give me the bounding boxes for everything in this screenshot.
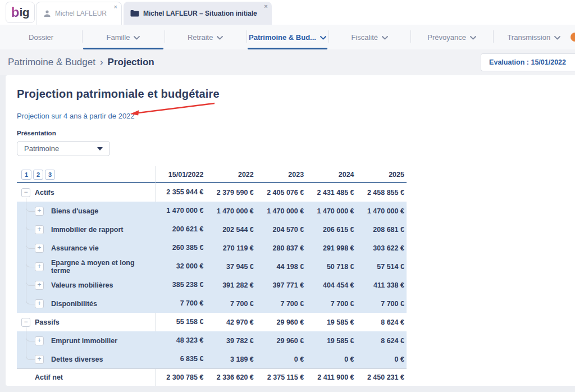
- depth-level-buttons: 123: [17, 170, 156, 180]
- cell-value: 44 198 €: [256, 263, 306, 271]
- expand-toggle-icon[interactable]: −: [21, 318, 30, 327]
- cell-value: 8 624 €: [357, 318, 407, 326]
- nav-item-label: Fiscalité: [351, 33, 378, 42]
- evaluation-date-button[interactable]: Evaluation : 15/01/2022: [481, 53, 575, 71]
- row-label: Actifs: [35, 189, 54, 197]
- cell-value: 1 470 000 €: [357, 207, 407, 215]
- breadcrumb-separator: ›: [100, 57, 103, 68]
- cell-value: 32 000 €: [156, 257, 206, 276]
- cell-value: 206 615 €: [306, 226, 356, 234]
- cell-value: 29 960 €: [256, 337, 306, 345]
- cell-value: 2 336 620 €: [206, 373, 255, 381]
- nav-item-patrimoine-bud[interactable]: Patrimoine & Bud...: [247, 25, 328, 49]
- expand-toggle-icon[interactable]: +: [35, 299, 44, 308]
- caret-down-icon: [97, 147, 103, 151]
- client-tab[interactable]: Michel LAFLEUR ×: [36, 2, 122, 25]
- nav-item-label: Retraite: [188, 33, 213, 42]
- nav-item-pr-voyance[interactable]: Prévoyance: [410, 25, 492, 49]
- projection-period-link[interactable]: Projection sur 4 ans à partir de 2022: [17, 112, 135, 120]
- cell-value: 7 700 €: [306, 300, 356, 308]
- expand-toggle-icon[interactable]: +: [35, 262, 44, 271]
- table-row: + Immobilier de rapport 200 621 €202 544…: [17, 220, 407, 239]
- close-icon[interactable]: ×: [114, 4, 117, 10]
- depth-level-button-2[interactable]: 2: [33, 170, 43, 180]
- cell-value: 1 470 000 €: [306, 207, 356, 215]
- expand-toggle-icon[interactable]: +: [35, 336, 44, 345]
- nav-item-dossier[interactable]: Dossier: [0, 25, 82, 49]
- nav-item-transmission[interactable]: Transmission: [493, 25, 575, 49]
- cell-value: 0 €: [256, 355, 306, 363]
- cell-value: 391 282 €: [206, 281, 255, 289]
- cell-value: 291 998 €: [306, 244, 356, 252]
- column-header: 2023: [256, 171, 306, 179]
- logo-text: b: [11, 4, 20, 20]
- table-row: + Actif net 2 300 785 €2 336 620 €2 375 …: [17, 368, 407, 385]
- cell-value: 39 782 €: [206, 337, 255, 345]
- column-header: 2024: [306, 171, 356, 179]
- table-row: + Epargne à moyen et long terme 32 000 €…: [17, 257, 407, 276]
- client-tab[interactable]: Michel LAFLEUR – Situation initiale ×: [124, 2, 272, 25]
- table-row: + Biens d'usage 1 470 000 €1 470 000 €1 …: [17, 202, 407, 220]
- cell-value: 7 700 €: [156, 294, 206, 313]
- row-label: Epargne à moyen et long terme: [51, 259, 156, 275]
- row-label: Assurance vie: [51, 244, 99, 252]
- depth-level-button-1[interactable]: 1: [21, 170, 31, 180]
- row-label: Actif net: [35, 373, 63, 381]
- expand-toggle-icon[interactable]: +: [35, 207, 44, 216]
- chevron-down-icon: [554, 36, 560, 40]
- tab-bar: b ig Michel LAFLEUR × Michel LAFLEUR – S…: [0, 0, 575, 25]
- chevron-down-icon: [217, 36, 223, 40]
- row-label: Immobilier de rapport: [51, 226, 124, 234]
- cell-value: 0 €: [357, 355, 407, 363]
- row-label: Passifs: [35, 318, 60, 326]
- cell-value: 2 411 900 €: [306, 373, 356, 381]
- row-label: Disponibilités: [51, 300, 97, 308]
- expand-toggle-icon[interactable]: +: [35, 225, 44, 234]
- app-logo[interactable]: b ig: [6, 2, 35, 23]
- depth-level-button-3[interactable]: 3: [45, 170, 55, 180]
- tab-label: Michel LAFLEUR: [55, 10, 107, 17]
- client-tabs: Michel LAFLEUR × Michel LAFLEUR – Situat…: [36, 2, 273, 25]
- breadcrumb-bar: Patrimoine & Budget › Projection Evaluat…: [0, 49, 575, 75]
- cell-value: 204 570 €: [256, 226, 306, 234]
- cell-value: 37 945 €: [206, 263, 255, 271]
- table-row: + Assurance vie 260 385 €270 119 €280 83…: [17, 239, 407, 257]
- cell-value: 200 621 €: [156, 220, 206, 239]
- expand-toggle-icon[interactable]: +: [35, 281, 44, 290]
- row-label: Dettes diverses: [51, 355, 103, 363]
- close-icon[interactable]: ×: [264, 3, 267, 10]
- table-row: + Disponibilités 7 700 €7 700 €7 700 €7 …: [17, 294, 407, 313]
- presentation-dropdown[interactable]: Patrimoine: [17, 141, 110, 156]
- nav-item-label: Transmission: [507, 33, 550, 42]
- cell-value: 404 454 €: [306, 281, 356, 289]
- cell-value: 1 470 000 €: [156, 202, 206, 220]
- expand-toggle-icon[interactable]: −: [21, 188, 30, 197]
- cell-value: 411 338 €: [357, 281, 407, 289]
- cell-value: 2 300 785 €: [156, 369, 206, 386]
- cell-value: 202 544 €: [206, 226, 255, 234]
- nav-item-fiscalit[interactable]: Fiscalité: [328, 25, 410, 49]
- cell-value: 7 700 €: [357, 300, 407, 308]
- row-label: Emprunt immobilier: [51, 337, 117, 345]
- expand-toggle-icon[interactable]: +: [35, 244, 44, 253]
- breadcrumb-section[interactable]: Patrimoine & Budget: [8, 57, 95, 68]
- breadcrumb-page: Projection: [108, 57, 154, 68]
- expand-toggle-icon[interactable]: +: [35, 355, 44, 364]
- cell-value: 7 700 €: [206, 300, 255, 308]
- nav-item-label: Famille: [106, 33, 130, 42]
- cell-value: 3 189 €: [206, 355, 255, 363]
- section-nav: Dossier Famille Retraite Patrimoine & Bu…: [0, 25, 575, 49]
- page-title: Projection patrimoniale et budgétaire: [17, 88, 575, 101]
- nav-item-famille[interactable]: Famille: [82, 25, 164, 49]
- cell-value: 2 458 855 €: [357, 189, 407, 197]
- cell-value: 42 970 €: [206, 318, 255, 326]
- tab-label: Michel LAFLEUR – Situation initiale: [143, 10, 257, 17]
- cell-value: 280 837 €: [256, 244, 306, 252]
- cell-value: 2 431 485 €: [306, 189, 356, 197]
- cell-value: 2 405 076 €: [256, 189, 306, 197]
- cell-value: 29 960 €: [256, 318, 306, 326]
- nav-item-retraite[interactable]: Retraite: [165, 25, 247, 49]
- nav-item-label: Patrimoine & Bud...: [249, 33, 316, 42]
- row-label: Valeurs mobilières: [51, 281, 113, 289]
- cell-value: 55 158 €: [156, 313, 206, 331]
